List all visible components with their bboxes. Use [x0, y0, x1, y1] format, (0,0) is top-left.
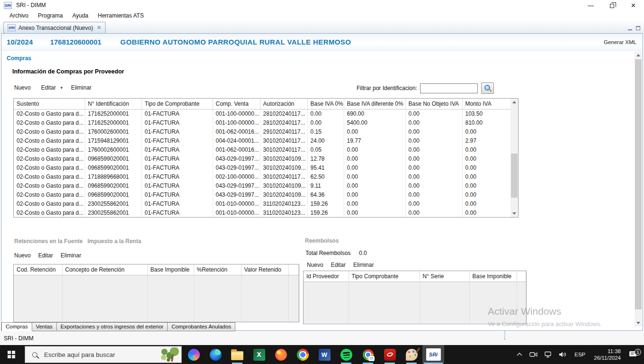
- column-header[interactable]: N° Identificación: [85, 99, 142, 109]
- tab-exportaciones[interactable]: Exportaciones y otros ingresos del exter…: [56, 322, 168, 331]
- search-daily-image[interactable]: [160, 347, 180, 362]
- scroll-down-icon[interactable]: [510, 210, 518, 217]
- reembolsos-eliminar-button[interactable]: Eliminar: [353, 262, 374, 268]
- tray-network-icon[interactable]: [541, 345, 555, 364]
- taskbar-paint[interactable]: [401, 345, 422, 364]
- table-cell: 0.00: [405, 172, 462, 181]
- filter-search-button[interactable]: [481, 82, 494, 94]
- tab-anexo-transaccional[interactable]: SRi Anexo Transaccional (Nuevo) ✕: [3, 22, 106, 33]
- compras-editar-button[interactable]: Editar: [41, 84, 56, 91]
- start-button[interactable]: [0, 345, 23, 364]
- table-row[interactable]: 02-Costo o Gasto para d...09685990200010…: [14, 181, 511, 190]
- column-header[interactable]: Id Proveedor: [304, 271, 349, 282]
- taskbar-excel[interactable]: X: [248, 345, 270, 364]
- scrollbar-thumb[interactable]: [511, 154, 518, 198]
- menu-archivo[interactable]: Archivo: [5, 11, 33, 20]
- column-header[interactable]: Base Imponible: [469, 271, 517, 282]
- scroll-up-icon[interactable]: [635, 52, 642, 59]
- column-header[interactable]: Tipo Comprobante: [349, 271, 420, 282]
- table-cell: 001-062-00016...: [213, 127, 260, 136]
- table-row[interactable]: 02-Costo o Gasto para d...17600026000010…: [14, 127, 511, 136]
- tray-clock[interactable]: 11:38 26/11/2024: [590, 348, 625, 361]
- taskbar-copilot[interactable]: [183, 345, 205, 364]
- notification-center-button[interactable]: 1: [625, 351, 644, 358]
- view-minimize-icon[interactable]: [628, 26, 632, 30]
- table-row[interactable]: 02-Costo o Gasto para d...09685990200010…: [14, 190, 511, 199]
- taskbar-acrobat[interactable]: [379, 345, 401, 364]
- generate-xml-button[interactable]: Generar XML: [604, 39, 636, 45]
- empty-table-body: [14, 275, 299, 322]
- taskbar-spotify[interactable]: [335, 345, 357, 364]
- compras-eliminar-button[interactable]: Eliminar: [71, 84, 91, 91]
- taskbar-firefox[interactable]: [270, 345, 292, 364]
- taskbar-chrome[interactable]: [292, 345, 313, 364]
- scroll-up-icon[interactable]: [510, 99, 518, 106]
- table-cell: 810.00: [462, 118, 511, 127]
- column-header[interactable]: Base Imponible: [147, 264, 194, 275]
- retenciones-nuevo-button[interactable]: Nuevo: [14, 252, 31, 259]
- menu-herramientas-ats[interactable]: Herramientas ATS: [93, 11, 149, 20]
- column-header[interactable]: Base IVA 0%: [307, 99, 344, 109]
- taskbar-edge[interactable]: [205, 345, 226, 364]
- table-row[interactable]: 02-Costo o Gasto para d...17600026000010…: [14, 145, 511, 154]
- tray-meet-camera-icon[interactable]: [526, 345, 541, 364]
- table-row[interactable]: 02-Costo o Gasto para d...17162520000010…: [14, 118, 511, 127]
- table-row[interactable]: 02-Costo o Gasto para d...09685990200010…: [14, 154, 511, 163]
- taskbar-search[interactable]: [25, 346, 182, 363]
- content-scrollbar[interactable]: [635, 52, 642, 327]
- column-header[interactable]: Monto IVA: [462, 99, 511, 109]
- table-row[interactable]: 02-Costo o Gasto para d...17162520000010…: [14, 109, 511, 118]
- close-button[interactable]: ✕: [623, 0, 644, 10]
- search-input[interactable]: [43, 351, 143, 359]
- column-header[interactable]: Base IVA diferente 0%: [344, 99, 405, 109]
- spotify-icon: [340, 349, 352, 361]
- table-cell: 01-FACTURA: [142, 199, 213, 208]
- table-row[interactable]: 02-Costo o Gasto para d...09685990200010…: [14, 163, 511, 172]
- column-header[interactable]: Comp. Venta: [213, 99, 260, 109]
- tab-ventas[interactable]: Ventas: [32, 322, 57, 331]
- editar-dropdown-icon[interactable]: ▼: [60, 86, 63, 90]
- column-header[interactable]: Base No Objeto IVA: [405, 99, 462, 109]
- table-row[interactable]: 02-Costo o Gasto para d...17188896680010…: [14, 172, 511, 181]
- splitter-handle[interactable]: [504, 330, 505, 340]
- column-header[interactable]: Tipo de Comprobante: [142, 99, 213, 109]
- column-header[interactable]: N° Serie: [420, 271, 469, 282]
- taskbar-word[interactable]: W: [313, 345, 335, 364]
- column-header[interactable]: Cod. Retención: [14, 264, 62, 275]
- compras-nuevo-button[interactable]: Nuevo: [14, 84, 31, 91]
- filter-input[interactable]: [420, 83, 478, 93]
- column-header[interactable]: Autorización: [260, 99, 307, 109]
- menu-programa[interactable]: Programa: [33, 11, 68, 20]
- column-header[interactable]: Valor Retenido: [241, 264, 288, 275]
- restore-button[interactable]: [601, 0, 623, 10]
- table-row[interactable]: 02-Costo o Gasto para d...23002558620010…: [14, 199, 511, 208]
- tray-chevron-up-icon[interactable]: [513, 345, 526, 364]
- empty-cell: [288, 275, 299, 322]
- tab-compras[interactable]: Compras: [1, 322, 32, 331]
- tab-close-icon[interactable]: ✕: [97, 25, 101, 31]
- compras-table-scrollbar[interactable]: [510, 99, 518, 217]
- table-cell: 301020240117...: [260, 136, 307, 145]
- scroll-down-icon[interactable]: [635, 319, 642, 327]
- column-header[interactable]: Sustento: [14, 99, 85, 109]
- column-header[interactable]: %Retención: [194, 264, 241, 275]
- empty-cell: [469, 282, 517, 323]
- menu-ayuda[interactable]: Ayuda: [68, 11, 93, 20]
- column-header[interactable]: Concepto de Retención: [62, 264, 147, 275]
- reembolsos-nuevo-button[interactable]: Nuevo: [307, 262, 323, 268]
- taskbar-chrome-profile[interactable]: [357, 345, 379, 364]
- tray-language-indicator[interactable]: ESP: [570, 352, 590, 357]
- view-maximize-icon[interactable]: [636, 26, 640, 30]
- scrollbar-thumb[interactable]: [635, 59, 642, 309]
- retenciones-eliminar-button[interactable]: Eliminar: [61, 252, 81, 259]
- taskbar-file-explorer[interactable]: [226, 345, 248, 364]
- reembolsos-editar-button[interactable]: Editar: [331, 262, 346, 268]
- table-row[interactable]: 02-Costo o Gasto para d...17159481290010…: [14, 136, 511, 145]
- retenciones-editar-button[interactable]: Editar: [38, 252, 53, 259]
- tab-comprobantes-anulados[interactable]: Comprobantes Anulados: [167, 322, 235, 331]
- taskbar-sri-dimm[interactable]: SRi: [422, 345, 444, 364]
- minimize-button[interactable]: —: [580, 0, 601, 10]
- status-text: SRI - DIMM: [4, 335, 34, 342]
- table-row[interactable]: 02-Costo o Gasto para d...23002558620010…: [14, 208, 511, 217]
- tray-volume-icon[interactable]: [555, 345, 570, 364]
